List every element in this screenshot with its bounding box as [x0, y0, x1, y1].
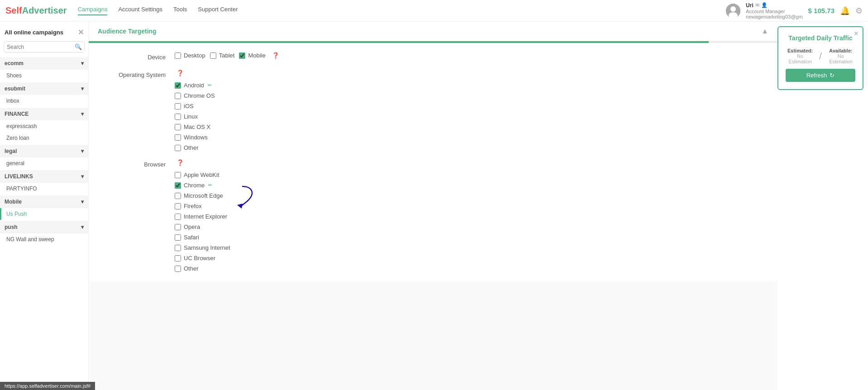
os-ios-checkbox[interactable] [175, 103, 181, 109]
profile-icon[interactable]: 👤 [761, 2, 768, 8]
nav-campaigns[interactable]: Campaigns [78, 6, 108, 15]
settings-icon[interactable]: ⚙ [855, 6, 863, 16]
browser-samsung-internet[interactable]: Samsung Internet [175, 244, 764, 251]
os-linux-checkbox[interactable] [175, 114, 181, 120]
browser-samsung-checkbox[interactable] [175, 245, 181, 251]
device-mobile-checkbox[interactable] [239, 52, 245, 59]
os-other-checkbox[interactable] [175, 145, 181, 151]
campaign-item-ngwall[interactable]: NG Wall and sweep [0, 233, 88, 245]
browser-apple-webkit[interactable]: Apple WebKit [175, 171, 764, 178]
browser-microsoft-edge[interactable]: Microsoft Edge [175, 192, 764, 199]
browser-uc-checkbox[interactable] [175, 255, 181, 262]
browser-internet-explorer[interactable]: Internet Explorer [175, 213, 764, 220]
group-header-livelinks[interactable]: LIVELINKS ▾ [0, 170, 88, 183]
device-tablet[interactable]: Tablet [210, 52, 235, 59]
browser-opera-label: Opera [184, 224, 200, 230]
campaign-item-inbox[interactable]: inbox [0, 95, 88, 107]
group-header-mobile[interactable]: Mobile ▾ [0, 195, 88, 208]
campaign-group-livelinks: LIVELINKS ▾ PARTYINFO [0, 170, 88, 195]
os-linux[interactable]: Linux [175, 113, 764, 120]
browser-firefox-checkbox[interactable] [175, 203, 181, 209]
os-chromeos-checkbox[interactable] [175, 93, 181, 99]
browser-microsoft-edge-checkbox[interactable] [175, 193, 181, 199]
close-icon[interactable]: ✕ [78, 28, 84, 37]
notifications-icon[interactable]: 🔔 [840, 6, 850, 16]
device-label: Device [102, 52, 175, 61]
os-windows[interactable]: Windows [175, 134, 764, 141]
browser-opera-checkbox[interactable] [175, 224, 181, 230]
refresh-label: Refresh [806, 72, 827, 79]
browser-chrome[interactable]: Chrome ✏ [175, 182, 764, 189]
group-label-esubmit: esubmit [5, 86, 25, 92]
os-chromeos[interactable]: Chrome OS [175, 92, 764, 99]
os-help-icon[interactable]: ❓ [176, 70, 184, 76]
campaign-item-general[interactable]: general [0, 157, 88, 169]
os-ios[interactable]: iOS [175, 103, 764, 109]
browser-ie-checkbox[interactable] [175, 214, 181, 220]
device-desktop[interactable]: Desktop [175, 52, 205, 59]
os-other[interactable]: Other [175, 144, 764, 151]
browser-safari[interactable]: Safari [175, 234, 764, 241]
campaign-item-shoes[interactable]: Shoes [0, 70, 88, 81]
os-android-edit-icon[interactable]: ✏ [208, 82, 212, 88]
os-windows-checkbox[interactable] [175, 134, 181, 141]
browser-opera[interactable]: Opera [175, 224, 764, 230]
main-content: Audience Targeting ▲ Device Desktop Tabl… [89, 22, 777, 390]
browser-safari-label: Safari [184, 234, 199, 241]
group-header-legal[interactable]: legal ▾ [0, 145, 88, 157]
refresh-icon: ↻ [830, 72, 835, 79]
os-macosx-checkbox[interactable] [175, 124, 181, 130]
group-header-finance[interactable]: FINANCE ▾ [0, 108, 88, 120]
estimated-stat: Estimated: No Estimation [786, 48, 815, 64]
email-icon[interactable]: ✉ [755, 2, 759, 8]
browser-other[interactable]: Other [175, 265, 764, 272]
nav-tools[interactable]: Tools [173, 6, 187, 15]
device-mobile[interactable]: Mobile [239, 52, 265, 59]
browser-help-icon[interactable]: ❓ [176, 159, 184, 166]
browser-chrome-edit-icon[interactable]: ✏ [208, 182, 212, 188]
refresh-button[interactable]: Refresh ↻ [786, 69, 855, 82]
campaign-item-uspush[interactable]: Us Push [0, 208, 88, 220]
device-help-icon[interactable]: ❓ [272, 52, 279, 59]
group-header-push[interactable]: push ▾ [0, 221, 88, 233]
campaign-item-zeroloan[interactable]: Zero loan [0, 132, 88, 144]
svg-point-1 [730, 6, 736, 12]
traffic-stats: Estimated: No Estimation / Available: No… [786, 48, 855, 64]
group-label-ecomm: ecomm [5, 60, 24, 67]
logo-self: Self [5, 5, 22, 16]
nav-support-center[interactable]: Support Center [198, 6, 238, 15]
nav-account-settings[interactable]: Account Settings [118, 6, 162, 15]
os-macosx[interactable]: Mac OS X [175, 124, 764, 130]
sidebar: All online campaigns ✕ 🔍 ecomm ▾ Shoes e… [0, 22, 89, 390]
browser-uc-browser[interactable]: UC Browser [175, 255, 764, 262]
sidebar-title: All online campaigns [5, 29, 63, 36]
browser-row: Browser ❓ [102, 159, 764, 168]
os-android-checkbox[interactable] [175, 82, 181, 89]
browser-apple-webkit-checkbox[interactable] [175, 172, 181, 178]
estimated-value: No Estimation [786, 53, 815, 64]
chevron-down-icon: ▾ [81, 86, 84, 92]
search-box[interactable]: 🔍 [4, 41, 85, 52]
group-header-esubmit[interactable]: esubmit ▾ [0, 82, 88, 95]
collapse-button[interactable]: ▲ [761, 27, 768, 35]
browser-other-checkbox[interactable] [175, 266, 181, 272]
search-input[interactable] [7, 44, 75, 50]
os-help-container: ❓ [175, 70, 184, 76]
os-windows-label: Windows [184, 134, 208, 141]
traffic-card-close-icon[interactable]: ✕ [854, 30, 859, 37]
os-android-label: Android [184, 82, 204, 89]
os-android[interactable]: Android ✏ [175, 82, 764, 89]
device-tablet-checkbox[interactable] [210, 52, 216, 59]
campaign-group-esubmit: esubmit ▾ inbox [0, 82, 88, 107]
nav-right: Uri ✉ 👤 Account Manager newagemarketing0… [726, 2, 863, 19]
device-desktop-checkbox[interactable] [175, 52, 181, 59]
browser-safari-checkbox[interactable] [175, 234, 181, 241]
campaign-item-expresscash[interactable]: expresscash [0, 120, 88, 132]
chevron-down-icon: ▾ [81, 173, 84, 180]
browser-firefox[interactable]: Firefox [175, 203, 764, 209]
browser-chrome-checkbox[interactable] [175, 182, 181, 189]
group-header-ecomm[interactable]: ecomm ▾ [0, 57, 88, 70]
browser-options: Apple WebKit Chrome ✏ Microsoft Edge [175, 171, 764, 272]
campaign-item-partyinfo[interactable]: PARTYINFO [0, 183, 88, 195]
avatar [726, 4, 740, 18]
